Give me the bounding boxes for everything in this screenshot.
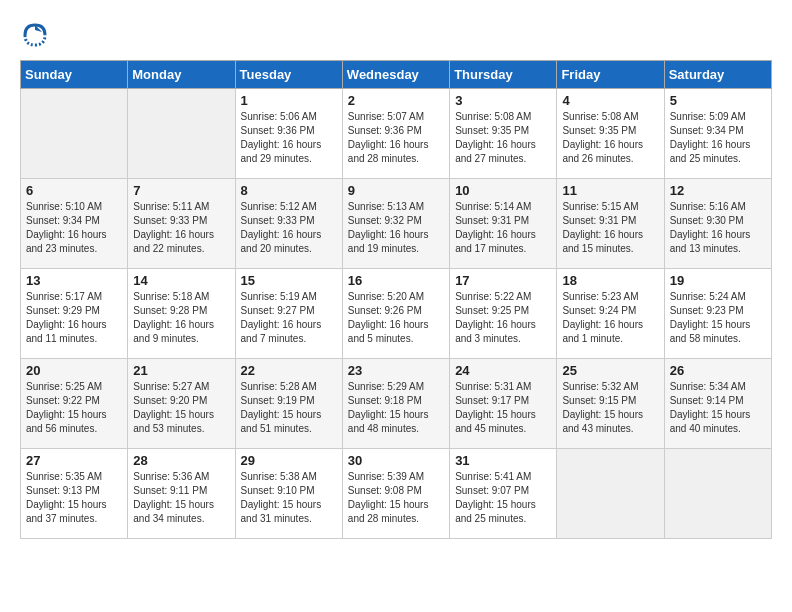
page-header (20, 20, 772, 50)
day-number: 13 (26, 273, 122, 288)
day-number: 3 (455, 93, 551, 108)
day-info: Sunrise: 5:09 AM Sunset: 9:34 PM Dayligh… (670, 110, 766, 166)
calendar-cell: 19Sunrise: 5:24 AM Sunset: 9:23 PM Dayli… (664, 269, 771, 359)
day-info: Sunrise: 5:14 AM Sunset: 9:31 PM Dayligh… (455, 200, 551, 256)
day-info: Sunrise: 5:32 AM Sunset: 9:15 PM Dayligh… (562, 380, 658, 436)
calendar-week-row: 20Sunrise: 5:25 AM Sunset: 9:22 PM Dayli… (21, 359, 772, 449)
calendar-cell: 28Sunrise: 5:36 AM Sunset: 9:11 PM Dayli… (128, 449, 235, 539)
day-number: 14 (133, 273, 229, 288)
day-info: Sunrise: 5:13 AM Sunset: 9:32 PM Dayligh… (348, 200, 444, 256)
calendar-cell: 2Sunrise: 5:07 AM Sunset: 9:36 PM Daylig… (342, 89, 449, 179)
weekday-header-monday: Monday (128, 61, 235, 89)
day-number: 26 (670, 363, 766, 378)
calendar-cell (128, 89, 235, 179)
calendar-cell: 22Sunrise: 5:28 AM Sunset: 9:19 PM Dayli… (235, 359, 342, 449)
calendar-cell: 15Sunrise: 5:19 AM Sunset: 9:27 PM Dayli… (235, 269, 342, 359)
calendar-cell: 21Sunrise: 5:27 AM Sunset: 9:20 PM Dayli… (128, 359, 235, 449)
day-info: Sunrise: 5:16 AM Sunset: 9:30 PM Dayligh… (670, 200, 766, 256)
day-number: 29 (241, 453, 337, 468)
day-info: Sunrise: 5:29 AM Sunset: 9:18 PM Dayligh… (348, 380, 444, 436)
day-info: Sunrise: 5:08 AM Sunset: 9:35 PM Dayligh… (455, 110, 551, 166)
calendar-cell (557, 449, 664, 539)
calendar-cell: 3Sunrise: 5:08 AM Sunset: 9:35 PM Daylig… (450, 89, 557, 179)
calendar-cell: 8Sunrise: 5:12 AM Sunset: 9:33 PM Daylig… (235, 179, 342, 269)
day-info: Sunrise: 5:22 AM Sunset: 9:25 PM Dayligh… (455, 290, 551, 346)
weekday-header-wednesday: Wednesday (342, 61, 449, 89)
day-info: Sunrise: 5:28 AM Sunset: 9:19 PM Dayligh… (241, 380, 337, 436)
day-info: Sunrise: 5:06 AM Sunset: 9:36 PM Dayligh… (241, 110, 337, 166)
day-number: 22 (241, 363, 337, 378)
day-info: Sunrise: 5:27 AM Sunset: 9:20 PM Dayligh… (133, 380, 229, 436)
calendar-cell: 17Sunrise: 5:22 AM Sunset: 9:25 PM Dayli… (450, 269, 557, 359)
day-number: 10 (455, 183, 551, 198)
day-info: Sunrise: 5:41 AM Sunset: 9:07 PM Dayligh… (455, 470, 551, 526)
calendar-header: SundayMondayTuesdayWednesdayThursdayFrid… (21, 61, 772, 89)
day-info: Sunrise: 5:20 AM Sunset: 9:26 PM Dayligh… (348, 290, 444, 346)
weekday-header-thursday: Thursday (450, 61, 557, 89)
day-info: Sunrise: 5:24 AM Sunset: 9:23 PM Dayligh… (670, 290, 766, 346)
day-number: 21 (133, 363, 229, 378)
calendar-cell: 4Sunrise: 5:08 AM Sunset: 9:35 PM Daylig… (557, 89, 664, 179)
weekday-header-tuesday: Tuesday (235, 61, 342, 89)
day-number: 25 (562, 363, 658, 378)
day-info: Sunrise: 5:39 AM Sunset: 9:08 PM Dayligh… (348, 470, 444, 526)
logo-icon (20, 20, 50, 50)
calendar-cell: 16Sunrise: 5:20 AM Sunset: 9:26 PM Dayli… (342, 269, 449, 359)
day-number: 4 (562, 93, 658, 108)
day-info: Sunrise: 5:25 AM Sunset: 9:22 PM Dayligh… (26, 380, 122, 436)
day-info: Sunrise: 5:12 AM Sunset: 9:33 PM Dayligh… (241, 200, 337, 256)
calendar-cell: 27Sunrise: 5:35 AM Sunset: 9:13 PM Dayli… (21, 449, 128, 539)
calendar-week-row: 13Sunrise: 5:17 AM Sunset: 9:29 PM Dayli… (21, 269, 772, 359)
calendar-week-row: 1Sunrise: 5:06 AM Sunset: 9:36 PM Daylig… (21, 89, 772, 179)
weekday-header-friday: Friday (557, 61, 664, 89)
day-number: 20 (26, 363, 122, 378)
calendar-cell: 5Sunrise: 5:09 AM Sunset: 9:34 PM Daylig… (664, 89, 771, 179)
day-number: 1 (241, 93, 337, 108)
day-info: Sunrise: 5:19 AM Sunset: 9:27 PM Dayligh… (241, 290, 337, 346)
calendar-cell: 29Sunrise: 5:38 AM Sunset: 9:10 PM Dayli… (235, 449, 342, 539)
day-number: 17 (455, 273, 551, 288)
day-info: Sunrise: 5:10 AM Sunset: 9:34 PM Dayligh… (26, 200, 122, 256)
calendar-week-row: 27Sunrise: 5:35 AM Sunset: 9:13 PM Dayli… (21, 449, 772, 539)
calendar-cell: 30Sunrise: 5:39 AM Sunset: 9:08 PM Dayli… (342, 449, 449, 539)
calendar-cell: 13Sunrise: 5:17 AM Sunset: 9:29 PM Dayli… (21, 269, 128, 359)
day-number: 28 (133, 453, 229, 468)
calendar-cell: 31Sunrise: 5:41 AM Sunset: 9:07 PM Dayli… (450, 449, 557, 539)
calendar-cell: 10Sunrise: 5:14 AM Sunset: 9:31 PM Dayli… (450, 179, 557, 269)
weekday-header-saturday: Saturday (664, 61, 771, 89)
day-number: 16 (348, 273, 444, 288)
day-info: Sunrise: 5:18 AM Sunset: 9:28 PM Dayligh… (133, 290, 229, 346)
day-number: 24 (455, 363, 551, 378)
calendar-cell: 9Sunrise: 5:13 AM Sunset: 9:32 PM Daylig… (342, 179, 449, 269)
day-number: 19 (670, 273, 766, 288)
day-number: 30 (348, 453, 444, 468)
calendar-cell: 23Sunrise: 5:29 AM Sunset: 9:18 PM Dayli… (342, 359, 449, 449)
day-info: Sunrise: 5:36 AM Sunset: 9:11 PM Dayligh… (133, 470, 229, 526)
day-info: Sunrise: 5:11 AM Sunset: 9:33 PM Dayligh… (133, 200, 229, 256)
calendar-week-row: 6Sunrise: 5:10 AM Sunset: 9:34 PM Daylig… (21, 179, 772, 269)
weekday-header-row: SundayMondayTuesdayWednesdayThursdayFrid… (21, 61, 772, 89)
day-number: 5 (670, 93, 766, 108)
calendar-cell: 11Sunrise: 5:15 AM Sunset: 9:31 PM Dayli… (557, 179, 664, 269)
day-number: 2 (348, 93, 444, 108)
calendar-cell: 7Sunrise: 5:11 AM Sunset: 9:33 PM Daylig… (128, 179, 235, 269)
day-info: Sunrise: 5:17 AM Sunset: 9:29 PM Dayligh… (26, 290, 122, 346)
day-info: Sunrise: 5:35 AM Sunset: 9:13 PM Dayligh… (26, 470, 122, 526)
day-info: Sunrise: 5:31 AM Sunset: 9:17 PM Dayligh… (455, 380, 551, 436)
day-info: Sunrise: 5:15 AM Sunset: 9:31 PM Dayligh… (562, 200, 658, 256)
day-number: 15 (241, 273, 337, 288)
day-info: Sunrise: 5:34 AM Sunset: 9:14 PM Dayligh… (670, 380, 766, 436)
calendar-cell: 18Sunrise: 5:23 AM Sunset: 9:24 PM Dayli… (557, 269, 664, 359)
calendar-cell: 24Sunrise: 5:31 AM Sunset: 9:17 PM Dayli… (450, 359, 557, 449)
calendar-cell (21, 89, 128, 179)
calendar-body: 1Sunrise: 5:06 AM Sunset: 9:36 PM Daylig… (21, 89, 772, 539)
day-number: 31 (455, 453, 551, 468)
day-number: 12 (670, 183, 766, 198)
day-info: Sunrise: 5:08 AM Sunset: 9:35 PM Dayligh… (562, 110, 658, 166)
calendar-cell: 20Sunrise: 5:25 AM Sunset: 9:22 PM Dayli… (21, 359, 128, 449)
day-number: 11 (562, 183, 658, 198)
calendar-cell: 25Sunrise: 5:32 AM Sunset: 9:15 PM Dayli… (557, 359, 664, 449)
day-number: 8 (241, 183, 337, 198)
calendar-cell (664, 449, 771, 539)
weekday-header-sunday: Sunday (21, 61, 128, 89)
